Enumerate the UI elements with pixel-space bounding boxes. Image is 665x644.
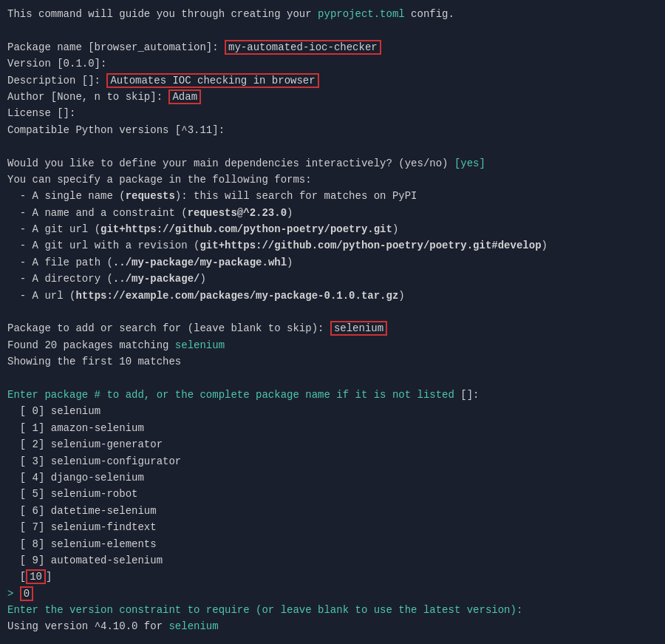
text-segment: ../my-package/my-package.whl [113, 257, 287, 268]
terminal-line-version-constraint: Enter the version constraint to require … [7, 602, 658, 618]
text-segment: [ 1] amazon-selenium [7, 422, 144, 434]
boxed-input: 10 [26, 569, 46, 584]
text-segment: Enter package # to add, or the complete … [7, 389, 460, 401]
terminal-line-author: Author [None, n to skip]: Adam [7, 89, 658, 105]
terminal-line-form7: - A url (https://example.com/packages/my… [7, 288, 658, 304]
terminal-line-blank1 [7, 22, 658, 38]
text-segment: selenium [168, 620, 218, 632]
terminal-line-pkg1: [ 1] amazon-selenium [7, 420, 658, 436]
terminal-line-pkg3: [ 3] selenium-configurator [7, 453, 658, 470]
terminal-line-showing: Showing the first 10 matches [7, 353, 658, 370]
text-segment: [ 0] selenium [7, 405, 100, 417]
terminal-line-specify-intro: You can specify a package in the followi… [7, 172, 658, 188]
text-segment: - A file path ( [7, 257, 113, 268]
terminal-line-found: Found 20 packages matching selenium [7, 337, 658, 353]
boxed-input: Adam [168, 89, 201, 104]
terminal-line-form1: - A single name (requests): this will se… [7, 188, 658, 204]
text-segment: Version [0.1.0]: [7, 58, 106, 70]
text-segment: - A git url ( [7, 223, 100, 235]
text-segment: Compatible Python versions [^3.11]: [7, 124, 225, 136]
terminal-line-form2: - A name and a constraint (requests@^2.2… [7, 205, 658, 221]
terminal: This command will guide you through crea… [7, 6, 658, 635]
text-segment: []: [460, 389, 479, 401]
text-segment: - A single name ( [7, 190, 126, 202]
terminal-line-form5: - A file path (../my-package/my-package.… [7, 254, 658, 271]
terminal-line-form4: - A git url with a revision (git+https:/… [7, 237, 658, 254]
text-segment: config. [405, 8, 454, 20]
terminal-line-form6: - A directory (../my-package/) [7, 271, 658, 287]
text-segment: ) [287, 207, 293, 219]
text-segment: git+https://github.com/python-poetry/poe… [100, 223, 392, 235]
text-segment: [ 3] selenium-configurator [7, 455, 181, 467]
boxed-input: 0 [20, 586, 33, 601]
terminal-line-form3: - A git url (git+https://github.com/pyth… [7, 221, 658, 237]
text-segment: Enter the version constraint to require … [7, 604, 522, 616]
text-segment: - A name and a constraint ( [7, 207, 188, 219]
text-segment: - A directory ( [7, 273, 113, 285]
terminal-line-pkg-search: Package to add or search for (leave blan… [7, 320, 658, 336]
text-segment: Author [None, n to skip]: [7, 91, 168, 103]
text-segment: [ 8] selenium-elements [7, 538, 157, 550]
terminal-line-license: License []: [7, 105, 658, 121]
text-segment: ): this will search for matches on PyPI [175, 190, 417, 202]
text-segment: Using version [7, 620, 95, 632]
terminal-line-deps-question: Would you like to define your main depen… [7, 155, 658, 172]
terminal-line-intro: This command will guide you through crea… [7, 6, 658, 22]
text-segment: for [137, 620, 168, 632]
text-segment: ) [398, 290, 404, 302]
text-segment: - A url ( [7, 290, 75, 302]
text-segment: Description []: [7, 75, 106, 87]
text-segment: Showing the first 10 matches [7, 356, 181, 367]
text-segment: [ 9] automated-selenium [7, 555, 163, 566]
text-segment: https://example.com/packages/my-package-… [75, 290, 398, 302]
text-segment: License []: [7, 107, 75, 119]
text-segment: Package name [browser_automation]: [7, 41, 225, 53]
text-segment: git+https://github.com/python-poetry/poe… [200, 240, 541, 251]
text-segment: requests@^2.23.0 [188, 207, 287, 219]
text-segment: [ 5] selenium-robot [7, 488, 137, 500]
terminal-line-using-version: Using version ^4.10.0 for selenium [7, 618, 658, 634]
text-segment: ) [287, 257, 293, 268]
terminal-line-pkg10: [10] [7, 569, 658, 585]
text-segment: ] [46, 571, 52, 583]
terminal-line-pkg-name: Package name [browser_automation]: my-au… [7, 39, 658, 55]
text-segment: Found 20 packages matching [7, 339, 175, 351]
text-segment: requests [126, 190, 175, 202]
boxed-input: my-automated-ioc-checker [225, 40, 381, 55]
text-segment: [ [7, 571, 26, 583]
text-segment: ) [392, 223, 398, 235]
text-segment: [ 7] selenium-findtext [7, 521, 157, 533]
text-segment: ../my-package/ [113, 273, 200, 285]
text-segment: [ 2] selenium-generator [7, 438, 163, 450]
terminal-line-pkg4: [ 4] django-selenium [7, 470, 658, 486]
terminal-line-blank3 [7, 304, 658, 320]
text-segment: > [7, 588, 20, 600]
text-segment: Package to add or search for (leave blan… [7, 322, 330, 334]
terminal-line-prompt: > 0 [7, 586, 658, 602]
text-segment: Would you like to define your main depen… [7, 157, 454, 169]
terminal-line-description: Description []: Automates IOC checking i… [7, 72, 658, 89]
terminal-line-pkg2: [ 2] selenium-generator [7, 436, 658, 453]
text-segment: pyproject.toml [318, 8, 405, 20]
terminal-line-pkg9: [ 9] automated-selenium [7, 552, 658, 569]
text-segment: [ 4] django-selenium [7, 472, 144, 484]
terminal-line-blank4 [7, 370, 658, 387]
terminal-line-pkg8: [ 8] selenium-elements [7, 536, 658, 552]
boxed-input: Automates IOC checking in browser [106, 73, 318, 88]
boxed-input: selenium [330, 321, 387, 336]
terminal-line-pkg0: [ 0] selenium [7, 403, 658, 419]
text-segment: ) [542, 240, 548, 251]
text-segment: selenium [175, 339, 225, 351]
text-segment: You can specify a package in the followi… [7, 174, 312, 186]
text-segment: [yes] [454, 157, 485, 169]
text-segment: ^4.10.0 [95, 620, 138, 632]
terminal-line-blank2 [7, 138, 658, 155]
terminal-line-pkg7: [ 7] selenium-findtext [7, 519, 658, 535]
text-segment: - A git url with a revision ( [7, 240, 200, 251]
terminal-line-enter-pkg: Enter package # to add, or the complete … [7, 387, 658, 403]
terminal-line-pkg6: [ 6] datetime-selenium [7, 503, 658, 519]
text-segment: [ 6] datetime-selenium [7, 505, 157, 517]
terminal-line-version: Version [0.1.0]: [7, 55, 658, 72]
terminal-line-compat: Compatible Python versions [^3.11]: [7, 122, 658, 138]
terminal-line-pkg5: [ 5] selenium-robot [7, 486, 658, 502]
